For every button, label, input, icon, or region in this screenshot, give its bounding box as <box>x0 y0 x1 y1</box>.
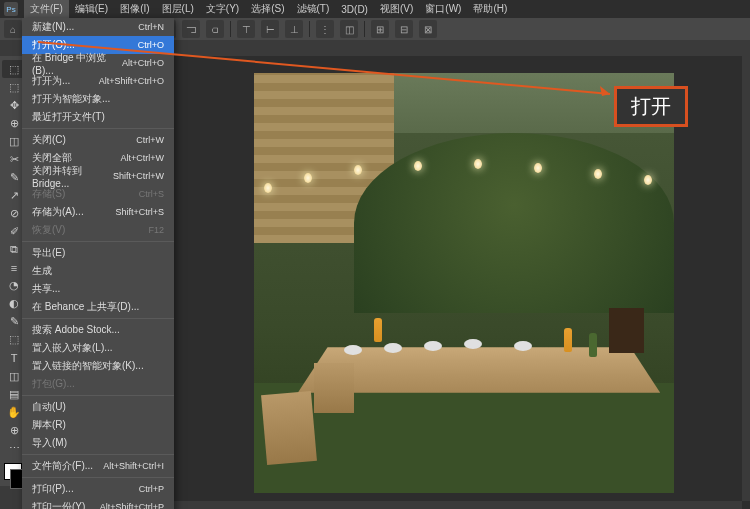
menu-item-4[interactable]: 打开为智能对象... <box>22 90 174 108</box>
menu-item-label: 打开为智能对象... <box>32 92 110 106</box>
menu-item-shortcut: Alt+Shift+Ctrl+P <box>100 502 164 509</box>
menu-item-label: 存储(S) <box>32 187 65 201</box>
annotation-label: 打开 <box>614 86 688 127</box>
menu-item-label: 共享... <box>32 282 60 296</box>
menu-item-shortcut: Ctrl+N <box>138 22 164 32</box>
3d-mode-icon[interactable]: ◫ <box>340 20 358 38</box>
align-middle-icon[interactable]: ⊢ <box>261 20 279 38</box>
menu-item-15[interactable]: 生成 <box>22 262 174 280</box>
menu-item-label: 新建(N)... <box>32 20 74 34</box>
menu-item-shortcut: Alt+Shift+Ctrl+I <box>103 461 164 471</box>
menu-item-shortcut: Ctrl+P <box>139 484 164 494</box>
distribute-icon[interactable]: ⋮ <box>316 20 334 38</box>
menu-item-label: 关闭并转到 Bridge... <box>32 164 113 189</box>
document-image[interactable] <box>254 73 674 493</box>
menu-item-label: 导出(E) <box>32 246 65 260</box>
menu-view[interactable]: 视图(V) <box>374 0 419 18</box>
menu-item-2[interactable]: 在 Bridge 中浏览(B)...Alt+Ctrl+O <box>22 54 174 72</box>
menu-item-label: 自动(U) <box>32 400 66 414</box>
menu-item-11[interactable]: 存储为(A)...Shift+Ctrl+S <box>22 203 174 221</box>
menu-item-shortcut: Alt+Ctrl+O <box>122 58 164 68</box>
menu-filter[interactable]: 滤镜(T) <box>291 0 336 18</box>
menu-select[interactable]: 选择(S) <box>245 0 290 18</box>
menu-item-label: 关闭(C) <box>32 133 66 147</box>
menu-item-shortcut: Shift+Ctrl+S <box>115 207 164 217</box>
menu-item-label: 存储为(A)... <box>32 205 84 219</box>
extra-icon[interactable]: ⊞ <box>371 20 389 38</box>
menu-type[interactable]: 文字(Y) <box>200 0 245 18</box>
menu-item-label: 搜索 Adobe Stock... <box>32 323 120 337</box>
extra2-icon[interactable]: ⊟ <box>395 20 413 38</box>
menu-item-shortcut: Alt+Ctrl+W <box>120 153 164 163</box>
menu-item-label: 脚本(R) <box>32 418 66 432</box>
menu-item-shortcut: Ctrl+O <box>138 40 164 50</box>
menu-item-22[interactable]: 打包(G)... <box>22 375 174 393</box>
app-logo: Ps <box>4 2 18 16</box>
menu-3d[interactable]: 3D(D) <box>335 2 374 17</box>
menu-help[interactable]: 帮助(H) <box>467 0 513 18</box>
menu-item-24[interactable]: 自动(U) <box>22 398 174 416</box>
menu-item-label: 置入嵌入对象(L)... <box>32 341 113 355</box>
align-bottom-icon[interactable]: ⊥ <box>285 20 303 38</box>
menu-item-label: 恢复(V) <box>32 223 65 237</box>
menu-item-5[interactable]: 最近打开文件(T) <box>22 108 174 126</box>
menu-item-label: 打印一份(Y) <box>32 500 85 509</box>
menu-item-30[interactable]: 打印(P)...Ctrl+P <box>22 480 174 498</box>
menu-item-label: 在 Behance 上共享(D)... <box>32 300 139 314</box>
align-top-icon[interactable]: ⊤ <box>237 20 255 38</box>
extra3-icon[interactable]: ⊠ <box>419 20 437 38</box>
menu-item-label: 置入链接的智能对象(K)... <box>32 359 144 373</box>
menu-item-19[interactable]: 搜索 Adobe Stock... <box>22 321 174 339</box>
menu-item-shortcut: F12 <box>148 225 164 235</box>
menu-item-label: 生成 <box>32 264 52 278</box>
menu-item-21[interactable]: 置入链接的智能对象(K)... <box>22 357 174 375</box>
menu-item-label: 导入(M) <box>32 436 67 450</box>
menu-item-20[interactable]: 置入嵌入对象(L)... <box>22 339 174 357</box>
menu-item-shortcut: Shift+Ctrl+W <box>113 171 164 181</box>
home-icon[interactable]: ⌂ <box>4 20 22 38</box>
menu-item-shortcut: Alt+Shift+Ctrl+O <box>99 76 164 86</box>
menubar: Ps 文件(F) 编辑(E) 图像(I) 图层(L) 文字(Y) 选择(S) 滤… <box>0 0 750 18</box>
menu-item-label: 文件简介(F)... <box>32 459 93 473</box>
menu-item-14[interactable]: 导出(E) <box>22 244 174 262</box>
menu-item-12[interactable]: 恢复(V)F12 <box>22 221 174 239</box>
scrollbar-v[interactable] <box>742 56 750 501</box>
menu-item-0[interactable]: 新建(N)...Ctrl+N <box>22 18 174 36</box>
menu-item-31[interactable]: 打印一份(Y)Alt+Shift+Ctrl+P <box>22 498 174 509</box>
menu-layer[interactable]: 图层(L) <box>156 0 200 18</box>
menu-item-label: 打开为... <box>32 74 70 88</box>
align-center-icon[interactable]: ⫎ <box>182 20 200 38</box>
menu-window[interactable]: 窗口(W) <box>419 0 467 18</box>
file-menu-dropdown: 新建(N)...Ctrl+N打开(O)...Ctrl+O在 Bridge 中浏览… <box>22 18 174 509</box>
menu-item-label: 打包(G)... <box>32 377 75 391</box>
color-swatches[interactable] <box>4 463 22 479</box>
menu-item-17[interactable]: 在 Behance 上共享(D)... <box>22 298 174 316</box>
menu-item-26[interactable]: 导入(M) <box>22 434 174 452</box>
menu-image[interactable]: 图像(I) <box>114 0 155 18</box>
menu-item-28[interactable]: 文件简介(F)...Alt+Shift+Ctrl+I <box>22 457 174 475</box>
menu-file[interactable]: 文件(F) <box>24 0 69 18</box>
menu-item-label: 在 Bridge 中浏览(B)... <box>32 51 122 76</box>
align-right-icon[interactable]: ⫏ <box>206 20 224 38</box>
menu-item-label: 打印(P)... <box>32 482 74 496</box>
menu-item-9[interactable]: 关闭并转到 Bridge...Shift+Ctrl+W <box>22 167 174 185</box>
menu-item-25[interactable]: 脚本(R) <box>22 416 174 434</box>
menu-edit[interactable]: 编辑(E) <box>69 0 114 18</box>
menu-item-shortcut: Ctrl+W <box>136 135 164 145</box>
menu-item-shortcut: Ctrl+S <box>139 189 164 199</box>
menu-item-16[interactable]: 共享... <box>22 280 174 298</box>
menu-item-7[interactable]: 关闭(C)Ctrl+W <box>22 131 174 149</box>
menu-item-label: 最近打开文件(T) <box>32 110 105 124</box>
